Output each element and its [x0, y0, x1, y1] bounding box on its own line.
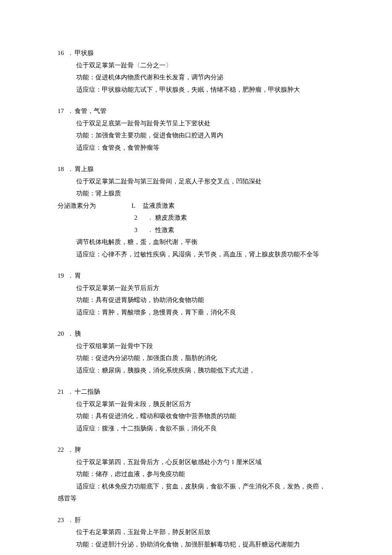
- entry-line: 位于双组掌第一趾骨中下段: [58, 340, 341, 352]
- entry-title: 脾: [75, 446, 81, 453]
- document-page: 16 . 甲状腺 位于双足掌第一趾骨〈二分之一〉 功能：促进机体内物质代谢和生长…: [0, 0, 392, 555]
- entry-line-wrap: 感冒等: [58, 492, 341, 505]
- entry-line: 位于双足掌第四，五趾骨后方，心反射区敏感处小方勺 1 厘米区域: [58, 456, 341, 468]
- entry-line: 位于双足掌第一趾关节后后方: [58, 282, 341, 294]
- entry-16: 16 . 甲状腺 位于双足掌第一趾骨〈二分之一〉 功能：促进机体内物质代谢和生长…: [58, 47, 341, 96]
- sub-item: 2 . 糖皮质激素: [58, 212, 341, 224]
- entry-heading: 18 . 胃上腺: [58, 163, 341, 175]
- entry-18: 18 . 胃上腺 位于双足掌第二趾骨与第三趾骨间，足底人子形交叉点，凹陷深处 功…: [58, 163, 341, 260]
- entry-17: 17 . 食管，气管 位于双足足底第一趾骨与趾骨关节呈上下竖状处 功能：加强食管…: [58, 105, 341, 154]
- entry-line: 适应症：腹涨，十二指肠病，食欲不振，消化不良: [58, 422, 341, 435]
- sub-item-text: 盐液质激素: [143, 202, 175, 209]
- entry-number: 19: [58, 270, 64, 282]
- entry-number: 23: [58, 514, 64, 526]
- entry-heading: 20 . 胰: [58, 328, 341, 340]
- entry-19: 19 . 胃 位于双足掌第一趾关节后后方 功能：具有促进胃肠蠕动，协助消化食物功…: [58, 270, 341, 318]
- entry-heading: 23 . 肝: [58, 514, 341, 526]
- entry-number: 16: [58, 47, 64, 59]
- entry-line: 适应症：食管炎，食管肿瘤等: [58, 142, 341, 154]
- dot-icon: .: [70, 386, 72, 398]
- entry-number: 17: [58, 105, 64, 117]
- sub-item-text: 性激素: [155, 227, 174, 233]
- entry-title: 肝: [75, 517, 81, 523]
- dot-icon: .: [150, 224, 151, 236]
- entry-heading: 22 . 脾: [58, 444, 341, 456]
- entry-22: 22 . 脾 位于双足掌第四，五趾骨后方，心反射区敏感处小方勺 1 厘米区域 功…: [58, 444, 341, 505]
- secretion-label: 分泌激素分为: [58, 200, 130, 212]
- entry-line: 功能：具有促进消化，蠕动和吸收食物中营养物质的功能: [58, 410, 341, 422]
- dot-icon: .: [70, 444, 72, 456]
- sub-item-number: 2: [134, 212, 144, 224]
- secretion-line: 分泌激素分为 L 盐液质激素: [58, 200, 341, 212]
- dot-icon: .: [70, 514, 72, 526]
- sub-item-number: L: [132, 200, 141, 212]
- entry-line: 位于双足掌第二趾骨与第三趾骨间，足底人子形交叉点，凹陷深处: [58, 175, 341, 188]
- entry-line: 功能：肾上腺质: [58, 187, 341, 200]
- entry-number: 20: [58, 328, 64, 340]
- sub-item-number: 3: [134, 224, 144, 236]
- entry-line: 适应症：甲状腺动能亢试下，甲状腺炎，失眠，情绪不稳，肥肿瘤，甲状腺肿大: [58, 84, 341, 96]
- sub-item-text: 糖皮质激素: [155, 214, 187, 221]
- entry-line: 位于双足掌第一趾骨未段，胰反射区后方: [58, 398, 341, 410]
- entry-line: 功能：储存，虑过血液，参与免疫功能: [58, 468, 341, 480]
- dot-icon: .: [70, 270, 72, 282]
- entry-number: 18: [58, 163, 64, 175]
- entry-21: 21 . 十二指肠 位于双足掌第一趾骨未段，胰反射区后方 功能：具有促进消化，蠕…: [58, 386, 341, 434]
- dot-icon: .: [70, 163, 72, 175]
- dot-icon: .: [70, 47, 72, 59]
- dot-icon: .: [70, 105, 72, 117]
- entry-title: 胰: [75, 330, 81, 337]
- entry-heading: 21 . 十二指肠: [58, 386, 341, 398]
- entry-20: 20 . 胰 位于双组掌第一趾骨中下段 功能：促进内分泌功能，加强蛋白质，脂肪的…: [58, 328, 341, 376]
- entry-line: 功能：具有促进胃肠蠕动，协助消化食物功能: [58, 294, 341, 306]
- entry-heading: 19 . 胃: [58, 270, 341, 282]
- entry-number: 21: [58, 386, 64, 398]
- entry-title: 甲状腺: [75, 49, 94, 56]
- entry-line: 功能：加强食管主要功能，促进食物由口腔进入胃内: [58, 129, 341, 142]
- sub-item: 3 . 性激素: [58, 224, 341, 236]
- entry-line: 功能：促进机体内物质代谢和生长发育，调节内分泌: [58, 71, 341, 84]
- entry-title: 十二指肠: [75, 388, 100, 395]
- entry-23: 23 . 肝 位于右足掌第四，玉趾骨上半部，肺反射区后放 功能：促进胆汁分泌，协…: [58, 514, 341, 551]
- entry-line: 适应症：糖尿病，胰腺炎，消化系统疾病，胰功能低下式亢进，: [58, 364, 341, 377]
- entry-line: 适应症：机体免疫力功能底下，贫血，皮肤病，食欲不振，产生消化不良，发热，炎癌，: [58, 480, 341, 493]
- dot-icon: .: [150, 212, 151, 224]
- dot-icon: .: [70, 328, 72, 340]
- entry-title: 食管，气管: [75, 108, 107, 114]
- entry-line: 位于右足掌第四，玉趾骨上半部，肺反射区后放: [58, 526, 341, 538]
- entry-line: 适应症：心律不齐，过敏性疾病，风湿病，关节炎，高血压，肾上腺皮肤质功能不全等: [58, 248, 341, 261]
- entry-title: 胃上腺: [75, 166, 94, 172]
- entry-title: 胃: [75, 272, 81, 279]
- entry-line: 适应症：胃肿，胃酸增多，急慢胃炎，胃下垂，消化不良: [58, 306, 341, 319]
- entry-number: 22: [58, 444, 64, 456]
- entry-line: 位于双足掌第一趾骨〈二分之一〉: [58, 59, 341, 72]
- entry-line: 位于双足足底第一趾骨与趾骨关节呈上下竖状处: [58, 117, 341, 130]
- entry-line: 功能：促进胆汁分泌，协助消化食物，加强肝脏解毒功犯，提高肝糖远代谢能力: [58, 538, 341, 551]
- entry-heading: 16 . 甲状腺: [58, 47, 341, 59]
- entry-line: 功能：促进内分泌功能，加强蛋白质，脂肪的消化: [58, 352, 341, 364]
- entry-line: 调节机体电解质，糖，蛋，血制代谢，平衡: [58, 236, 341, 248]
- entry-heading: 17 . 食管，气管: [58, 105, 341, 117]
